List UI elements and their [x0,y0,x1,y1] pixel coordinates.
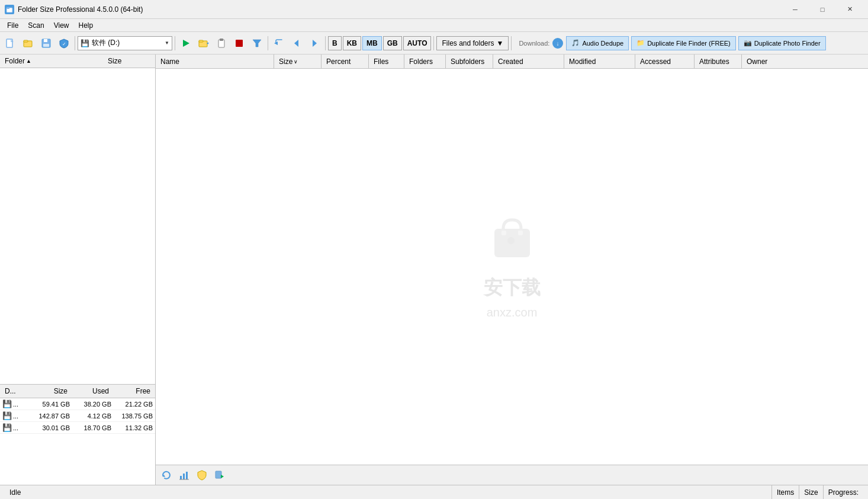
col-folders[interactable]: Folders [404,55,446,69]
col-size-sort-icon: ∨ [294,59,298,65]
col-size[interactable]: Size ∨ [274,55,322,69]
size-btn-mb[interactable]: MB [362,36,382,50]
svg-rect-8 [43,44,49,47]
right-panel-header: Name Size ∨ Percent Files Folders Subfol… [156,55,868,69]
minimize-button[interactable]: ─ [782,0,809,19]
right-panel: Name Size ∨ Percent Files Folders Subfol… [156,55,868,485]
size-col-header[interactable]: Size [105,56,153,66]
drive-selector[interactable]: 💾 软件 (D:) ▼ [78,36,172,50]
col-name-label: Name [160,57,179,66]
drive-size-3: 30.01 GB [30,424,70,431]
separator-1 [75,36,75,50]
col-accessed[interactable]: Accessed [635,55,695,69]
export-button[interactable] [211,468,228,483]
drive-col-d[interactable]: D... [2,386,32,396]
filter-button[interactable] [249,35,265,52]
shield-view-button[interactable] [194,468,210,483]
col-files-label: Files [374,57,388,66]
drive-col-used[interactable]: Used [70,386,111,396]
new-button[interactable] [2,35,19,52]
col-subfolders[interactable]: Subfolders [446,55,493,69]
duplicate-photo-icon: 📷 [744,39,752,47]
chart-view-button[interactable] [176,468,192,483]
drive-col-size[interactable]: Size [32,386,70,396]
watermark-sub: anxz.com [487,306,538,319]
size-btn-gb[interactable]: GB [383,36,402,50]
svg-rect-15 [220,39,223,41]
col-size-label: Size [279,57,292,66]
svg-rect-1 [7,7,9,9]
maximize-button[interactable]: □ [809,0,836,19]
svg-rect-5 [24,40,28,42]
drive-size-1: 59.41 GB [30,401,70,408]
duplicate-file-label: Duplicate File Finder (FREE) [647,40,731,47]
menu-file[interactable]: File [2,20,23,31]
size-btn-auto[interactable]: AUTO [403,36,432,50]
status-bar: Idle Items Size Progress: [0,485,868,499]
close-button[interactable]: ✕ [836,0,863,19]
separator-3 [268,36,268,50]
main-content: Folder ▲ Size D... Size Used Free 💾 ... … [0,55,868,485]
drive-row-1[interactable]: 💾 ... 59.41 GB 38.20 GB 21.22 GB [0,398,155,410]
drive-label-1: ... [13,401,30,408]
svg-rect-16 [236,40,243,47]
next-button[interactable] [306,35,323,52]
back-button[interactable] [271,35,287,52]
watermark-icon [488,214,536,270]
drive-row-2[interactable]: 💾 ... 142.87 GB 4.12 GB 138.75 GB [0,410,155,422]
folder-tree[interactable] [0,68,155,384]
files-folders-label: Files and folders [442,39,494,47]
col-files[interactable]: Files [369,55,404,69]
open-folder-button[interactable] [195,35,212,52]
size-btn-kb[interactable]: KB [343,36,361,50]
duplicate-file-button[interactable]: 📁 Duplicate File Finder (FREE) [631,36,736,50]
svg-rect-12 [199,40,203,42]
svg-rect-28 [180,476,182,479]
col-created[interactable]: Created [493,55,564,69]
audio-dedupe-icon: 🎵 [571,39,580,47]
svg-marker-33 [221,475,224,478]
drive-used-1: 38.20 GB [70,401,111,408]
audio-dedupe-button[interactable]: 🎵 Audio Dedupe [566,36,629,50]
col-attributes[interactable]: Attributes [695,55,742,69]
save-button[interactable] [38,35,54,52]
clipboard-button[interactable] [213,35,230,52]
svg-text:✓: ✓ [62,41,66,47]
drive-label-2: ... [13,412,30,420]
svg-marker-19 [294,40,298,47]
drive-icon-2: 💾 [2,411,12,420]
toolbar: ✓ 💾 软件 (D:) ▼ B KB MB GB AUTO Files [0,32,868,55]
progress-label: Progress: [828,488,859,497]
separator-4 [325,36,326,50]
refresh-view-button[interactable] [158,468,175,483]
window-controls: ─ □ ✕ [782,0,863,19]
svg-marker-10 [183,40,189,47]
drive-used-2: 4.12 GB [70,412,111,420]
svg-rect-30 [186,472,188,479]
files-folders-button[interactable]: Files and folders ▼ [436,36,509,50]
col-name[interactable]: Name [156,55,274,69]
right-panel-body: 安下载 anxz.com [156,69,868,465]
scan-play-button[interactable] [178,35,194,52]
duplicate-photo-button[interactable]: 📷 Duplicate Photo Finder [738,36,826,50]
stop-button[interactable] [231,35,247,52]
drive-icon: 💾 [81,39,89,47]
drive-row-3[interactable]: 💾 ... 30.01 GB 18.70 GB 11.32 GB [0,422,155,434]
svg-marker-20 [313,40,317,47]
size-btn-b[interactable]: B [328,36,342,50]
download-icon: ↓ [552,37,564,49]
col-percent[interactable]: Percent [322,55,369,69]
col-owner[interactable]: Owner [742,55,801,69]
col-modified[interactable]: Modified [564,55,635,69]
menu-help[interactable]: Help [74,20,98,31]
shield-button[interactable]: ✓ [56,35,72,52]
drive-col-free[interactable]: Free [111,386,153,396]
open-button[interactable] [20,35,37,52]
drive-used-3: 18.70 GB [70,424,111,431]
prev-button[interactable] [288,35,305,52]
menu-view[interactable]: View [49,20,74,31]
folder-sort-icon: ▲ [26,58,31,64]
svg-rect-24 [501,231,506,235]
menu-scan[interactable]: Scan [23,20,49,31]
folder-col-header[interactable]: Folder ▲ [2,56,105,66]
